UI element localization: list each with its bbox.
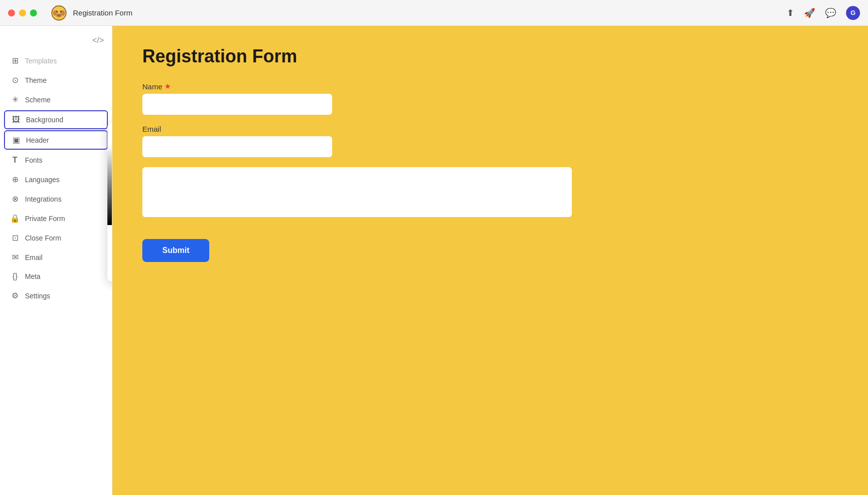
sidebar-item-private-form[interactable]: 🔒 Private Form	[0, 209, 112, 228]
share-icon[interactable]: ⬆	[787, 7, 794, 18]
titlebar-actions: ⬆ 🚀 💬 G	[787, 6, 860, 20]
theme-label: Theme	[25, 76, 47, 84]
sidebar-item-settings[interactable]: ⚙ Settings	[0, 286, 112, 305]
sidebar-item-languages[interactable]: ⊕ Languages	[0, 170, 112, 189]
sidebar-item-background[interactable]: 🖼 Background	[4, 110, 108, 129]
email-label: Email	[25, 253, 42, 261]
form-title: Registration Form	[142, 46, 838, 67]
settings-icon: ⚙	[10, 291, 20, 300]
app-logo	[51, 5, 67, 21]
settings-label: Settings	[25, 292, 50, 300]
meta-icon: {}	[10, 272, 20, 281]
name-required: ★	[164, 82, 171, 91]
scheme-label: Scheme	[25, 96, 50, 104]
svg-point-7	[59, 14, 60, 16]
close-form-icon: ⊡	[10, 233, 20, 243]
sidebar: </> ⊞ Templates ⊙ Theme ✳ Scheme 🖼 Backg…	[0, 26, 112, 495]
private-form-icon: 🔒	[10, 214, 20, 223]
toggle-row	[107, 123, 112, 145]
maximize-button[interactable]	[30, 9, 37, 16]
background-label: Background	[26, 116, 63, 124]
email-label: Email	[142, 125, 838, 133]
sidebar-item-integrations[interactable]: ⊗ Integrations	[0, 189, 112, 209]
languages-label: Languages	[25, 176, 59, 184]
app-title: Registration Form	[73, 8, 781, 17]
background-icon: 🖼	[11, 115, 21, 124]
rgb-inputs: R G B ⇅	[107, 250, 112, 281]
fonts-icon: T	[10, 156, 20, 165]
templates-icon: ⊞	[10, 56, 20, 65]
message-field	[142, 167, 838, 219]
sidebar-item-header[interactable]: ▣ Header	[4, 130, 108, 150]
submit-button[interactable]: Submit	[142, 239, 209, 262]
color-controls: ✏️	[107, 225, 112, 250]
chat-icon[interactable]: 💬	[825, 7, 836, 18]
sidebar-item-scheme[interactable]: ✳ Scheme	[0, 90, 112, 109]
email-icon: ✉	[10, 252, 20, 262]
email-field-row: Email	[142, 125, 838, 157]
code-toggle-icon[interactable]: </>	[92, 36, 104, 45]
color-gradient[interactable]	[107, 145, 112, 225]
sidebar-item-close-form[interactable]: ⊡ Close Form	[0, 228, 112, 248]
name-input[interactable]	[142, 94, 332, 115]
svg-point-6	[57, 14, 59, 16]
sidebar-item-fonts[interactable]: T Fonts	[0, 151, 112, 170]
main-container: </> ⊞ Templates ⊙ Theme ✳ Scheme 🖼 Backg…	[0, 26, 868, 495]
scheme-icon: ✳	[10, 95, 20, 104]
integrations-label: Integrations	[25, 195, 61, 203]
close-button[interactable]	[8, 9, 15, 16]
header-icon: ▣	[11, 135, 21, 145]
fonts-label: Fonts	[25, 156, 42, 164]
gradient-background	[107, 145, 112, 225]
theme-icon: ⊙	[10, 75, 20, 85]
rocket-icon[interactable]: 🚀	[804, 7, 815, 18]
sidebar-header: </>	[0, 32, 112, 51]
languages-icon: ⊕	[10, 175, 20, 184]
email-input[interactable]	[142, 136, 332, 157]
sidebar-item-meta[interactable]: {} Meta	[0, 267, 112, 286]
integrations-icon: ⊗	[10, 194, 20, 204]
message-textarea[interactable]	[142, 167, 572, 217]
titlebar: Registration Form ⬆ 🚀 💬 G	[0, 0, 868, 26]
private-form-label: Private Form	[25, 215, 65, 223]
sidebar-item-templates[interactable]: ⊞ Templates	[0, 51, 112, 70]
account-icon[interactable]: G	[846, 6, 860, 20]
sidebar-item-email[interactable]: ✉ Email	[0, 248, 112, 267]
color-picker-popup: ✏️ R G B	[107, 123, 112, 281]
sidebar-item-theme[interactable]: ⊙ Theme	[0, 70, 112, 90]
name-label: Name ★	[142, 82, 838, 91]
templates-label: Templates	[25, 57, 57, 65]
name-field: Name ★	[142, 82, 838, 115]
traffic-lights	[8, 9, 37, 16]
minimize-button[interactable]	[19, 9, 26, 16]
meta-label: Meta	[25, 272, 40, 280]
close-form-label: Close Form	[25, 234, 61, 242]
form-area: Registration Form Name ★ Email Submit	[112, 26, 868, 495]
header-label: Header	[26, 136, 49, 144]
